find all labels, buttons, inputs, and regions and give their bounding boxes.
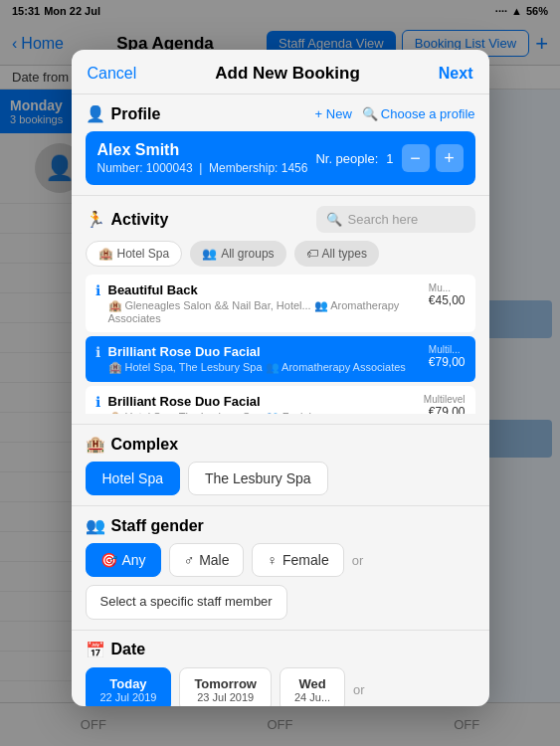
activity-search[interactable]: 🔍 Search here — [316, 206, 475, 233]
gender-any-btn[interactable]: 🎯 Any — [86, 543, 161, 577]
date-header: 📅 Date — [86, 641, 475, 659]
staff-or-label: or — [352, 553, 364, 568]
nr-people-label: Nr. people: — [315, 151, 378, 166]
activity-name: Brilliant Rose Duo Facial — [108, 394, 416, 409]
date-section-icon: 📅 — [86, 641, 105, 659]
activity-label: Activity — [111, 211, 169, 229]
filter-all-types[interactable]: 🏷 All types — [294, 241, 379, 267]
date-section: 📅 Date Today 22 Jul 2019 Tomorrow 23 Jul… — [72, 631, 489, 706]
profile-actions: + New 🔍 Choose a profile — [315, 106, 475, 121]
date-wed-btn[interactable]: Wed 24 Ju... — [280, 667, 345, 706]
choose-profile-label: Choose a profile — [381, 106, 475, 121]
profile-number: Number: 1000043 — [97, 161, 193, 175]
groups-icon: 👥 — [202, 247, 217, 261]
complex-title: 🏨 Complex — [86, 435, 179, 454]
activity-name: Brilliant Rose Duo Facial — [108, 344, 421, 359]
filter-all-groups[interactable]: 👥 All groups — [190, 241, 285, 267]
date-today-btn[interactable]: Today 22 Jul 2019 — [86, 667, 172, 706]
activity-item[interactable]: ℹ Brilliant Rose Duo Facial 🏨 Hotel Spa,… — [86, 386, 475, 414]
assoc-icon: 👥 — [266, 361, 280, 373]
complex-lesbury[interactable]: The Lesbury Spa — [188, 462, 328, 495]
complex-label: Complex — [111, 436, 179, 454]
any-label: Any — [122, 552, 146, 568]
specific-staff-btn[interactable]: Select a specific staff member — [86, 585, 287, 620]
location-icon: 🏨 — [108, 361, 122, 373]
new-profile-btn[interactable]: + New — [315, 106, 352, 121]
activity-tag: Multilevel — [424, 394, 466, 405]
activity-tag: Mu... — [429, 282, 466, 293]
hotel-spa-icon: 🏨 — [98, 247, 113, 261]
activity-title: 🏃 Activity — [86, 210, 169, 229]
activity-location-text: Hotel Spa, The Lesbury Spa — [125, 411, 263, 414]
profile-name: Alex Smith — [97, 141, 308, 159]
date-or-label: or — [353, 682, 365, 697]
profile-details: Number: 1000043 | Membership: 1456 — [97, 161, 308, 175]
profile-section: 👤 Profile + New 🔍 Choose a profile Alex … — [72, 94, 489, 196]
activity-tag: Multil... — [429, 344, 466, 355]
location-icon: 🏨 — [108, 411, 122, 414]
activity-right: Multilevel €79,00 — [424, 394, 466, 414]
info-icon[interactable]: ℹ — [95, 344, 100, 360]
activity-section: 🏃 Activity 🔍 Search here 🏨 Hotel Spa 👥 A… — [72, 196, 489, 425]
activity-list: ℹ Beautiful Back 🏨 Gleneagles Salon && N… — [86, 275, 475, 414]
today-sub: 22 Jul 2019 — [100, 691, 157, 703]
people-count: 1 — [386, 151, 393, 166]
info-icon[interactable]: ℹ — [95, 282, 100, 298]
tomorrow-label: Tomorrow — [194, 676, 257, 691]
increase-people-btn[interactable]: + — [436, 144, 464, 172]
complex-section: 🏨 Complex Hotel Spa The Lesbury Spa — [72, 425, 489, 506]
activity-location-text: Gleneagles Salon && Nail Bar, Hotel... — [125, 299, 311, 311]
filter-groups-label: All groups — [221, 247, 274, 261]
activity-location: 🏨 Hotel Spa, The Lesbury Spa 👥 Facials — [108, 411, 416, 414]
tomorrow-sub: 23 Jul 2019 — [194, 691, 257, 703]
complex-options: Hotel Spa The Lesbury Spa — [86, 462, 475, 495]
choose-profile-btn[interactable]: 🔍 Choose a profile — [362, 106, 475, 121]
profile-title: 👤 Profile — [86, 104, 161, 123]
person-section-icon: 👤 — [86, 104, 105, 123]
activity-section-icon: 🏃 — [86, 210, 105, 229]
activity-filters: 🏨 Hotel Spa 👥 All groups 🏷 All types — [86, 241, 475, 267]
wed-label: Wed — [294, 676, 330, 691]
activity-item[interactable]: ℹ Beautiful Back 🏨 Gleneagles Salon && N… — [86, 275, 475, 332]
profile-info: Alex Smith Number: 1000043 | Membership:… — [97, 141, 308, 175]
complex-header: 🏨 Complex — [86, 435, 475, 454]
staff-gender-label: Staff gender — [111, 517, 204, 535]
activity-info: Brilliant Rose Duo Facial 🏨 Hotel Spa, T… — [108, 344, 421, 374]
staff-gender-title: 👥 Staff gender — [86, 516, 204, 535]
decrease-people-btn[interactable]: − — [402, 144, 430, 172]
complex-section-icon: 🏨 — [86, 435, 105, 454]
info-icon[interactable]: ℹ — [95, 394, 100, 410]
activity-price: €79,00 — [424, 405, 466, 414]
profile-label: Profile — [111, 105, 161, 123]
gender-options: 🎯 Any ♂ Male ♀ Female or Select a specif… — [86, 543, 475, 620]
activity-price: €45,00 — [429, 293, 466, 307]
female-icon: ♀ — [267, 552, 278, 568]
complex-hotel-spa[interactable]: Hotel Spa — [86, 462, 180, 495]
filter-hotel-spa[interactable]: 🏨 Hotel Spa — [86, 241, 183, 267]
activity-location: 🏨 Gleneagles Salon && Nail Bar, Hotel...… — [108, 299, 421, 324]
modal-overlay: Cancel Add New Booking Next 👤 Profile + … — [0, 0, 560, 746]
profile-card: Alex Smith Number: 1000043 | Membership:… — [86, 131, 475, 185]
female-label: Female — [282, 552, 329, 568]
staff-gender-section: 👥 Staff gender 🎯 Any ♂ Male ♀ Female or — [72, 506, 489, 631]
date-title: 📅 Date — [86, 641, 146, 659]
profile-header: 👤 Profile + New 🔍 Choose a profile — [86, 104, 475, 123]
activity-item[interactable]: ℹ Brilliant Rose Duo Facial 🏨 Hotel Spa,… — [86, 336, 475, 382]
activity-assoc: Facials — [282, 411, 317, 414]
activity-name: Beautiful Back — [108, 282, 421, 297]
filter-types-label: All types — [322, 247, 367, 261]
activity-location-text: Hotel Spa, The Lesbury Spa — [125, 361, 263, 373]
gender-male-btn[interactable]: ♂ Male — [169, 543, 245, 577]
next-button[interactable]: Next — [439, 65, 473, 83]
activity-header: 🏃 Activity 🔍 Search here — [86, 206, 475, 233]
wed-sub: 24 Ju... — [294, 691, 330, 703]
gender-female-btn[interactable]: ♀ Female — [252, 543, 343, 577]
date-tomorrow-btn[interactable]: Tomorrow 23 Jul 2019 — [179, 667, 272, 706]
any-icon: 🎯 — [100, 552, 117, 568]
search-placeholder: Search here — [348, 212, 419, 227]
filter-hotel-spa-label: Hotel Spa — [117, 247, 170, 261]
activity-assoc: Aromatherapy Associates — [281, 361, 406, 373]
cancel-button[interactable]: Cancel — [88, 65, 137, 83]
activity-info: Beautiful Back 🏨 Gleneagles Salon && Nai… — [108, 282, 421, 324]
profile-membership: Membership: 1456 — [209, 161, 307, 175]
